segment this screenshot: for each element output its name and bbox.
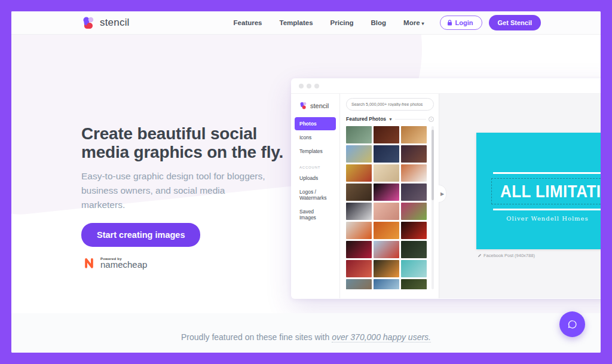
stencil-logo-icon bbox=[82, 16, 95, 29]
photo-thumbnail[interactable] bbox=[374, 241, 399, 258]
photo-thumbnail[interactable] bbox=[401, 183, 427, 201]
photo-thumbnail[interactable] bbox=[374, 145, 399, 163]
photo-thumbnail[interactable] bbox=[346, 260, 372, 277]
happy-users-link[interactable]: over 370,000 happy users. bbox=[332, 332, 431, 342]
chat-bubble-icon bbox=[567, 319, 579, 331]
app-sidebar: stencil Photos Icons Templates ACCOUNT U… bbox=[291, 94, 340, 298]
app-body: stencil Photos Icons Templates ACCOUNT U… bbox=[291, 94, 601, 298]
sidebar-section-account: ACCOUNT bbox=[291, 158, 339, 171]
chevron-right-icon: ▶ bbox=[440, 191, 444, 197]
window-control-dot bbox=[314, 84, 319, 88]
photo-thumbnail[interactable] bbox=[374, 222, 399, 239]
photo-thumbnail[interactable] bbox=[374, 203, 399, 220]
divider bbox=[395, 119, 426, 120]
photo-grid bbox=[346, 126, 427, 289]
hero-heading: Create beautiful social media graphics o… bbox=[81, 124, 284, 161]
app-brand-name: stencil bbox=[310, 102, 329, 109]
info-icon[interactable]: i bbox=[429, 117, 434, 122]
lock-icon bbox=[447, 20, 452, 26]
powered-by-text: Powered by namecheap bbox=[100, 257, 147, 268]
nav-link-more[interactable]: More▾ bbox=[403, 19, 424, 26]
featured-photos-label[interactable]: Featured Photos bbox=[346, 116, 386, 122]
photo-thumbnail[interactable] bbox=[374, 164, 399, 182]
photo-thumbnail[interactable] bbox=[346, 183, 372, 201]
nav-link-templates[interactable]: Templates bbox=[280, 19, 313, 26]
footer: Proudly featured on these fine sites wit… bbox=[11, 313, 601, 353]
photo-thumbnail[interactable] bbox=[401, 145, 427, 163]
photo-thumbnail[interactable] bbox=[401, 222, 427, 239]
namecheap-logo-icon bbox=[81, 257, 97, 268]
sidebar-item-photos[interactable]: Photos bbox=[295, 117, 336, 130]
canvas-headline-text[interactable]: ALL LIMITATI bbox=[500, 181, 601, 202]
window-control-dot bbox=[299, 84, 304, 88]
pencil-icon bbox=[478, 253, 482, 258]
photo-thumbnail[interactable] bbox=[401, 279, 427, 289]
photo-search-input[interactable] bbox=[351, 102, 429, 106]
brand-name: stencil bbox=[100, 17, 130, 29]
hero-section: Create beautiful social media graphics o… bbox=[11, 35, 601, 302]
photo-grid-wrap bbox=[346, 126, 434, 289]
hero-subheading: Easy-to-use graphic design tool for blog… bbox=[81, 169, 267, 212]
canvas-decoration-line bbox=[493, 172, 601, 174]
photo-thumbnail[interactable] bbox=[374, 260, 399, 277]
photo-thumbnail[interactable] bbox=[346, 222, 372, 239]
page: stencil Features Templates Pricing Blog … bbox=[11, 11, 601, 353]
photo-thumbnail[interactable] bbox=[346, 279, 372, 289]
login-button[interactable]: Login bbox=[440, 16, 482, 30]
chevron-down-icon: ▾ bbox=[422, 21, 424, 26]
get-stencil-button[interactable]: Get Stencil bbox=[489, 15, 541, 30]
powered-by[interactable]: Powered by namecheap bbox=[81, 257, 284, 268]
photo-thumbnail[interactable] bbox=[401, 241, 427, 258]
photo-thumbnail[interactable] bbox=[374, 279, 399, 289]
nav-link-features[interactable]: Features bbox=[234, 19, 262, 26]
photo-thumbnail[interactable] bbox=[401, 164, 427, 182]
chat-button[interactable] bbox=[559, 311, 585, 337]
nav-link-blog[interactable]: Blog bbox=[371, 19, 387, 26]
brand-logo[interactable]: stencil bbox=[82, 16, 130, 29]
sidebar-item-saved-images[interactable]: Saved Images bbox=[295, 205, 336, 224]
nav-links: Features Templates Pricing Blog More▾ bbox=[234, 19, 424, 26]
photo-thumbnail[interactable] bbox=[401, 126, 427, 143]
sidebar-item-logos-watermarks[interactable]: Logos / Watermarks bbox=[295, 185, 336, 204]
footer-text: Proudly featured on these fine sites wit… bbox=[181, 332, 431, 342]
window-titlebar bbox=[291, 78, 601, 94]
photo-browser: Featured Photos ▼ i bbox=[340, 94, 439, 298]
sidebar-item-icons[interactable]: Icons bbox=[295, 131, 336, 144]
canvas-subtitle-text[interactable]: Oliver Wendell Holmes bbox=[493, 215, 601, 222]
scrollbar-thumb[interactable] bbox=[432, 130, 434, 200]
canvas-panel: ▶ ALL LIMITATI Oliver Wendell Holmes bbox=[439, 94, 601, 298]
navbar: stencil Features Templates Pricing Blog … bbox=[11, 11, 601, 35]
photo-thumbnail[interactable] bbox=[346, 126, 372, 143]
window-control-dot bbox=[307, 84, 311, 88]
nav-link-pricing[interactable]: Pricing bbox=[331, 19, 354, 26]
photo-thumbnail[interactable] bbox=[346, 203, 372, 220]
photo-search-box[interactable] bbox=[346, 98, 434, 111]
canvas-text-selection[interactable]: ALL LIMITATI bbox=[491, 178, 601, 204]
photo-thumbnail[interactable] bbox=[401, 260, 427, 277]
hero-copy: Create beautiful social media graphics o… bbox=[81, 124, 284, 268]
app-mockup-window: stencil Photos Icons Templates ACCOUNT U… bbox=[291, 78, 601, 299]
photo-thumbnail[interactable] bbox=[346, 164, 372, 182]
canvas-decoration-line bbox=[493, 209, 601, 210]
chevron-down-icon[interactable]: ▼ bbox=[388, 117, 393, 121]
photo-thumbnail[interactable] bbox=[401, 203, 427, 220]
photo-thumbnail[interactable] bbox=[346, 241, 372, 258]
photo-grid-scrollbar[interactable] bbox=[432, 126, 434, 289]
panel-collapse-handle[interactable]: ▶ bbox=[439, 185, 446, 203]
document-size-label[interactable]: Facebook Post (940x788) bbox=[478, 253, 535, 258]
sidebar-item-uploads[interactable]: Uploads bbox=[295, 172, 336, 185]
app-logo: stencil bbox=[291, 94, 339, 117]
start-creating-button[interactable]: Start creating images bbox=[81, 223, 200, 247]
photo-thumbnail[interactable] bbox=[346, 145, 372, 163]
namecheap-wordmark: namecheap bbox=[100, 261, 147, 268]
stencil-logo-icon bbox=[299, 102, 307, 109]
photo-thumbnail[interactable] bbox=[374, 126, 399, 143]
featured-photos-row: Featured Photos ▼ i bbox=[346, 116, 434, 122]
design-canvas[interactable]: ALL LIMITATI Oliver Wendell Holmes bbox=[476, 133, 601, 249]
photo-thumbnail[interactable] bbox=[374, 183, 399, 201]
sidebar-item-templates[interactable]: Templates bbox=[295, 145, 336, 158]
